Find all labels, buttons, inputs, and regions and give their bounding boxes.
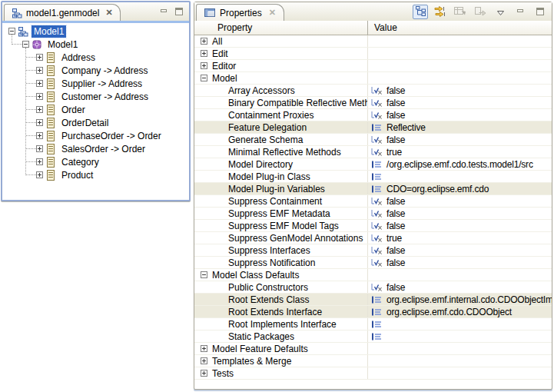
expand-toggle[interactable]: [201, 370, 207, 377]
expand-toggle[interactable]: [36, 119, 43, 126]
property-value-cell[interactable]: org.eclipse.emf.internal.cdo.CDOObjectIm…: [368, 294, 552, 305]
tree-item[interactable]: PurchaseOrder -> Order: [2, 129, 189, 142]
category-row[interactable]: Edit: [194, 48, 552, 60]
property-value-cell[interactable]: false: [368, 281, 552, 293]
property-value-cell[interactable]: false: [368, 257, 552, 268]
property-row[interactable]: Minimal Reflective Methodstrue: [194, 146, 552, 158]
tree-item[interactable]: Model1: [2, 25, 189, 38]
property-value-cell[interactable]: true: [368, 146, 552, 158]
expand-toggle[interactable]: [201, 345, 207, 352]
property-value-cell[interactable]: false: [368, 220, 552, 231]
property-value-cell[interactable]: [368, 171, 552, 182]
view-menu-button[interactable]: [493, 5, 508, 19]
property-row[interactable]: Root Extends Classorg.eclipse.emf.intern…: [194, 294, 552, 306]
property-row[interactable]: Model Plug-in Class: [194, 171, 552, 183]
property-row[interactable]: Model Directory/org.eclipse.emf.cdo.test…: [194, 158, 552, 171]
expand-toggle[interactable]: [201, 62, 207, 69]
property-value-cell[interactable]: Reflective: [368, 121, 552, 133]
minimize-button[interactable]: [513, 5, 528, 19]
property-row[interactable]: Generate Schemafalse: [194, 134, 552, 146]
expand-toggle[interactable]: [36, 67, 43, 74]
property-value-cell[interactable]: [368, 343, 552, 354]
collapse-toggle[interactable]: [8, 28, 15, 35]
close-icon[interactable]: ✕: [269, 8, 276, 18]
property-row[interactable]: Containment Proxiesfalse: [194, 109, 552, 121]
property-row[interactable]: Suppress Interfacesfalse: [194, 244, 552, 257]
expand-toggle[interactable]: [201, 357, 207, 364]
property-value-cell[interactable]: org.eclipse.emf.cdo.CDOObject: [368, 306, 552, 317]
table-edit-button[interactable]: [453, 5, 468, 19]
property-value-cell[interactable]: [368, 269, 552, 281]
collapse-toggle[interactable]: [201, 75, 207, 81]
category-row[interactable]: Model: [194, 72, 552, 85]
property-row[interactable]: Feature DelegationReflective: [194, 121, 552, 134]
expand-toggle[interactable]: [36, 80, 43, 87]
property-value-cell[interactable]: [368, 60, 552, 71]
expand-toggle[interactable]: [36, 132, 43, 139]
expand-toggle[interactable]: [201, 50, 207, 57]
property-value-cell[interactable]: [368, 367, 552, 379]
tree-item[interactable]: Address: [2, 51, 189, 64]
property-value-cell[interactable]: [368, 355, 552, 367]
property-row[interactable]: Static Packages: [194, 331, 552, 343]
property-value-cell[interactable]: true: [368, 232, 552, 244]
property-row[interactable]: Binary Compatible Reflective Methodsfals…: [194, 97, 552, 109]
restore-default-value-button[interactable]: [473, 5, 488, 19]
expand-toggle[interactable]: [36, 93, 43, 100]
expand-toggle[interactable]: [36, 54, 43, 61]
property-row[interactable]: Suppress Containmentfalse: [194, 195, 552, 208]
property-row[interactable]: Model Plug-in VariablesCDO=org.eclipse.e…: [194, 183, 552, 195]
category-row[interactable]: Templates & Merge: [194, 355, 552, 367]
tree-item[interactable]: Category: [2, 155, 189, 168]
tree-item[interactable]: Supplier -> Address: [2, 77, 189, 90]
property-value-cell[interactable]: false: [368, 195, 552, 207]
property-value-cell[interactable]: CDO=org.eclipse.emf.cdo: [368, 183, 552, 194]
property-row[interactable]: Suppress EMF Model Tagsfalse: [194, 220, 552, 232]
property-value-cell[interactable]: false: [368, 134, 552, 145]
category-row[interactable]: Editor: [194, 60, 552, 72]
property-value-cell[interactable]: [368, 72, 552, 84]
tree-item[interactable]: Customer -> Address: [2, 90, 189, 103]
property-value-cell[interactable]: [368, 35, 552, 47]
property-row[interactable]: Suppress EMF Metadatafalse: [194, 208, 552, 220]
close-icon[interactable]: ✕: [105, 8, 112, 18]
property-value-cell[interactable]: false: [368, 85, 552, 96]
category-row[interactable]: All: [194, 35, 552, 48]
property-value-cell[interactable]: [368, 318, 552, 330]
property-row[interactable]: Suppress Notificationfalse: [194, 257, 552, 269]
property-value-cell[interactable]: false: [368, 244, 552, 256]
expand-toggle[interactable]: [36, 106, 43, 113]
property-value-cell[interactable]: /org.eclipse.emf.cdo.tests.model1/src: [368, 158, 552, 170]
expand-toggle[interactable]: [201, 38, 207, 45]
tree-item[interactable]: SalesOrder -> Order: [2, 142, 189, 155]
property-value-cell[interactable]: [368, 48, 552, 59]
tree-item[interactable]: Company -> Address: [2, 64, 189, 77]
expand-toggle[interactable]: [36, 171, 43, 178]
property-row[interactable]: Root Extends Interfaceorg.eclipse.emf.cd…: [194, 306, 552, 318]
property-value-cell[interactable]: false: [368, 208, 552, 219]
tree-item[interactable]: OrderDetail: [2, 116, 189, 129]
minimize-button[interactable]: [160, 7, 168, 18]
tree-item[interactable]: Model1: [2, 38, 189, 51]
expand-toggle[interactable]: [36, 158, 43, 165]
editor-tab-model1-genmodel[interactable]: model1.genmodel ✕: [4, 4, 121, 21]
property-row[interactable]: Array Accessorsfalse: [194, 85, 552, 97]
property-row[interactable]: Suppress GenModel Annotationstrue: [194, 232, 552, 244]
property-row[interactable]: Root Implements Interface: [194, 318, 552, 331]
view-tab-properties[interactable]: Properties ✕: [196, 4, 284, 21]
show-advanced-properties-button[interactable]: [433, 5, 448, 19]
tree-item[interactable]: Order: [2, 103, 189, 116]
maximize-button[interactable]: [175, 7, 184, 18]
category-row[interactable]: Model Feature Defaults: [194, 343, 552, 355]
show-categories-button[interactable]: [413, 5, 428, 19]
property-row[interactable]: Public Constructorsfalse: [194, 281, 552, 294]
collapse-toggle[interactable]: [22, 41, 29, 48]
property-value-cell[interactable]: [368, 331, 552, 342]
column-header-value[interactable]: Value: [368, 21, 552, 35]
collapse-toggle[interactable]: [201, 271, 207, 278]
maximize-button[interactable]: [532, 5, 548, 19]
category-row[interactable]: Model Class Defaults: [194, 269, 552, 281]
property-value-cell[interactable]: false: [368, 97, 552, 108]
column-header-property[interactable]: Property: [194, 21, 368, 35]
category-row[interactable]: Tests: [194, 367, 552, 380]
